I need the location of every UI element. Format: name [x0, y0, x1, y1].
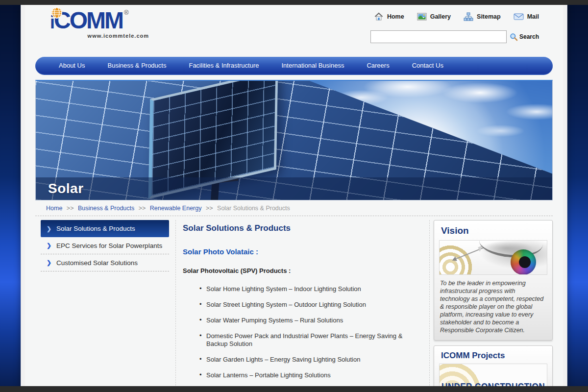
list-item: Solar Water Pumping Systems – Rural Solu… — [199, 317, 422, 324]
list-item: Solar Lanterns – Portable Lighting Solut… — [199, 371, 422, 379]
utility-nav-sitemap[interactable]: Sitemap — [464, 12, 501, 22]
side-menu: ❯ Solar Solutions & Products ❯ EPC Servi… — [41, 220, 169, 271]
vision-box: Vision To be the leader in empowering in… — [434, 220, 553, 341]
sidebar-item-solar-solutions[interactable]: ❯ Solar Solutions & Products — [41, 220, 169, 237]
search-area: Search — [370, 30, 539, 43]
list-item: Solar Street Lighting System – Outdoor L… — [199, 301, 422, 309]
breadcrumb-separator: >> — [67, 205, 74, 212]
globe-icon — [51, 7, 63, 19]
eye-iris-graphic — [511, 249, 536, 275]
list-item: Solar Garden Lights – Energy Saving Ligh… — [199, 356, 422, 364]
nav-business-products[interactable]: Business & Products — [96, 62, 177, 69]
projects-box: ICOMM Projects UNDER CONSTRUCTION — [434, 345, 553, 392]
vision-text: To be the leader in empowering infrastru… — [439, 279, 547, 334]
main-nav: About Us Business & Products Facilities … — [35, 57, 553, 75]
chevron-right-icon: ❯ — [47, 259, 51, 266]
breadcrumb-current: Solar Solutions & Products — [217, 205, 290, 212]
search-button[interactable]: Search — [510, 33, 539, 41]
products-heading: Solar Photovoltaic (SPV) Products : — [183, 267, 422, 274]
projects-title: ICOMM Projects — [439, 350, 547, 364]
nav-about-us[interactable]: About Us — [48, 62, 96, 69]
registered-mark: ® — [124, 9, 129, 16]
products-list: Solar Home Lighting System – Indoor Ligh… — [199, 285, 422, 392]
breadcrumb: Home >> Business & Products >> Renewable… — [35, 200, 553, 216]
vision-image — [439, 240, 547, 275]
utility-nav-gallery[interactable]: Gallery — [417, 12, 451, 21]
utility-nav-home[interactable]: Home — [374, 12, 404, 22]
nav-careers[interactable]: Careers — [355, 62, 400, 69]
window-bottom-bar — [0, 386, 588, 392]
logo-text: COMM — [54, 7, 122, 33]
sitemap-icon — [464, 12, 473, 22]
breadcrumb-business-products[interactable]: Business & Products — [78, 205, 134, 212]
search-input[interactable] — [370, 30, 507, 43]
logo-url: www.icommtele.com — [50, 33, 158, 39]
list-item: Domestic Power Pack and Industrial Power… — [199, 332, 422, 348]
utility-nav-mail[interactable]: Mail — [514, 13, 539, 21]
gallery-icon — [417, 12, 427, 21]
nav-international-business[interactable]: International Business — [270, 62, 355, 69]
home-icon — [374, 12, 384, 22]
sidebar-item-customised-solutions[interactable]: ❯ Customised Solar Solutions — [41, 254, 169, 271]
section-subtitle: Solar Photo Volataic : — [183, 247, 422, 256]
logo[interactable]: iCOMM® www.icommtele.com — [50, 9, 158, 39]
nav-facilities-infrastructure[interactable]: Facilities & Infrastructure — [177, 62, 270, 69]
utility-nav: Home Gallery Sitemap — [374, 12, 539, 22]
breadcrumb-separator: >> — [139, 205, 146, 212]
site-header: iCOMM® www.icommtele.com Home — [35, 5, 553, 56]
website-page: iCOMM® www.icommtele.com Home — [21, 5, 567, 392]
banner-caption: Solar — [36, 177, 552, 200]
main-content: Solar Solutions & Products Solar Photo V… — [175, 220, 430, 392]
nav-contact-us[interactable]: Contact Us — [401, 62, 455, 69]
sidebar-item-epc-services[interactable]: ❯ EPC Services for Solar Powerplants — [41, 237, 169, 254]
search-icon — [510, 33, 518, 41]
breadcrumb-renewable-energy[interactable]: Renewable Energy — [150, 205, 202, 212]
list-item: Solar Home Lighting System – Indoor Ligh… — [199, 285, 422, 293]
window-top-bar — [0, 0, 588, 5]
mail-icon — [514, 13, 524, 21]
breadcrumb-home[interactable]: Home — [46, 205, 62, 212]
chevron-right-icon: ❯ — [47, 225, 51, 232]
vision-title: Vision — [439, 224, 547, 240]
solar-banner-image: Solar — [35, 80, 553, 200]
page-title: Solar Solutions & Products — [183, 223, 422, 233]
chevron-right-icon: ❯ — [47, 242, 51, 249]
breadcrumb-separator: >> — [206, 205, 213, 212]
banner-title: Solar — [48, 181, 84, 196]
right-sidebar: Vision To be the leader in empowering in… — [434, 220, 553, 392]
